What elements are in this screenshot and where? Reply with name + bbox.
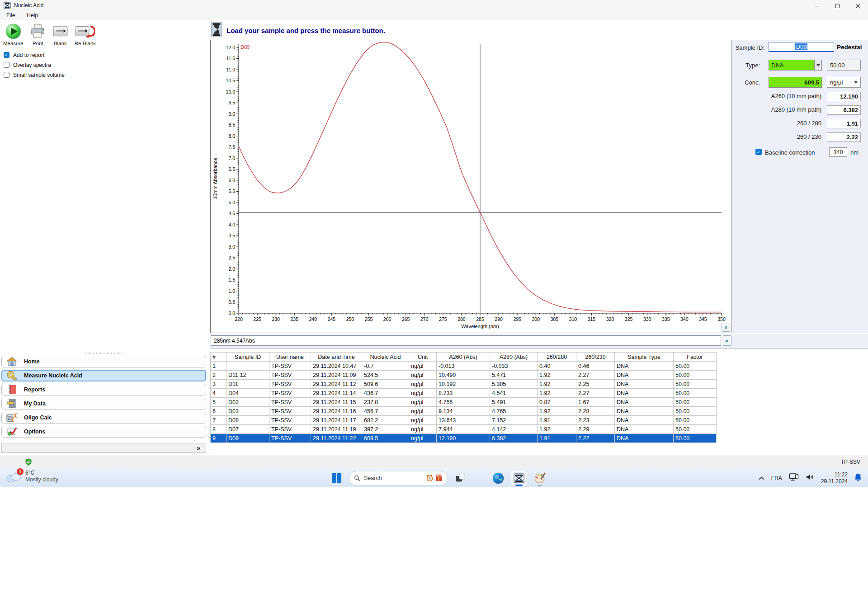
task-view-button[interactable]: [452, 470, 468, 487]
splitter-handle[interactable]: [84, 353, 125, 354]
paint-app-icon[interactable]: [532, 470, 548, 487]
table-cell[interactable]: 2.22: [576, 434, 615, 443]
table-cell[interactable]: DNA: [615, 371, 674, 380]
table-cell[interactable]: DNA: [615, 362, 674, 371]
table-row[interactable]: 9D09TP-SSV29.11.2024 11:22609.5ng/µl12.1…: [211, 434, 717, 443]
table-cell[interactable]: 397.2: [362, 425, 409, 434]
table-cell[interactable]: 29.11.2024 11:17: [311, 416, 362, 425]
close-button[interactable]: [848, 0, 868, 12]
sidebar-item-reports[interactable]: Reports: [1, 384, 206, 395]
sidebar-item-options[interactable]: Options: [1, 426, 206, 438]
table-row[interactable]: 2D11 12TP-SSV29.11.2024 11:09524.5ng/µl1…: [211, 371, 717, 380]
column-header-factor[interactable]: Factor: [674, 353, 717, 362]
table-cell[interactable]: 13.643: [437, 416, 490, 425]
table-cell[interactable]: 7.944: [437, 425, 490, 434]
column-header-nucleic-acid[interactable]: Nucleic Acid: [362, 353, 409, 362]
column-header-[interactable]: #: [211, 353, 226, 362]
table-cell[interactable]: 4: [211, 389, 226, 398]
table-cell[interactable]: TP-SSV: [269, 389, 311, 398]
table-cell[interactable]: 5.471: [490, 371, 538, 380]
table-cell[interactable]: ng/µl: [409, 389, 437, 398]
table-cell[interactable]: 50.00: [674, 389, 717, 398]
table-cell[interactable]: 29.11.2024 11:14: [311, 389, 362, 398]
table-row[interactable]: 5D03TP-SSV29.11.2024 11:15237.8ng/µl4.75…: [211, 398, 717, 407]
table-cell[interactable]: TP-SSV: [269, 380, 311, 389]
table-row[interactable]: 4D04TP-SSV29.11.2024 11:14436.7ng/µl8.73…: [211, 389, 717, 398]
table-row[interactable]: 1TP-SSV29.11.2024 10:47-0.7ng/µl-0.013-0…: [211, 362, 717, 371]
column-header-sample-id[interactable]: Sample ID: [226, 353, 269, 362]
sidebar-item-oligo-calc[interactable]: Oligo Calc: [1, 412, 206, 424]
factor-field[interactable]: 50.00: [827, 60, 861, 71]
table-cell[interactable]: -0.033: [490, 362, 538, 371]
table-cell[interactable]: 10.192: [437, 380, 490, 389]
table-cell[interactable]: ng/µl: [409, 371, 437, 380]
weather-widget[interactable]: 1 6°C Mostly cloudy: [5, 470, 58, 483]
table-cell[interactable]: 9: [211, 434, 226, 443]
table-cell[interactable]: 50.00: [674, 398, 717, 407]
table-cell[interactable]: DNA: [615, 407, 674, 416]
checkbox-icon[interactable]: [4, 72, 9, 78]
table-cell[interactable]: 5.305: [490, 380, 538, 389]
table-cell[interactable]: TP-SSV: [269, 362, 311, 371]
table-cell[interactable]: TP-SSV: [269, 398, 311, 407]
checkbox-add-to-report[interactable]: ✓Add to report: [4, 52, 65, 58]
sidebar-collapse-button[interactable]: »: [197, 444, 200, 452]
table-cell[interactable]: D03: [226, 398, 269, 407]
table-cell[interactable]: 29.11.2024 11:15: [311, 398, 362, 407]
table-cell[interactable]: 609.5: [362, 434, 409, 443]
minimize-button[interactable]: [807, 0, 827, 12]
chart-collapse-button[interactable]: «: [722, 324, 730, 332]
measure-button[interactable]: Measure: [1, 22, 26, 47]
baseline-correction-checkbox[interactable]: ✓: [755, 149, 762, 155]
table-cell[interactable]: 1.91: [538, 416, 576, 425]
readout-expand-button[interactable]: »: [723, 335, 731, 346]
table-cell[interactable]: 6: [211, 407, 226, 416]
sidebar-item-my-data[interactable]: My Data: [1, 398, 206, 409]
table-row[interactable]: 3D11TP-SSV29.11.2024 11:12509.6ng/µl10.1…: [211, 380, 717, 389]
table-cell[interactable]: 1.92: [538, 389, 576, 398]
table-cell[interactable]: 6.382: [490, 434, 538, 443]
edge-browser-icon[interactable]: [490, 470, 506, 487]
table-cell[interactable]: 8.733: [437, 389, 490, 398]
unit-select[interactable]: ng/µl: [827, 77, 861, 88]
table-cell[interactable]: -0.7: [362, 362, 409, 371]
table-cell[interactable]: TP-SSV: [269, 407, 311, 416]
table-cell[interactable]: 1.92: [538, 407, 576, 416]
table-cell[interactable]: 5.491: [490, 398, 538, 407]
checkbox-overlay-spectra[interactable]: Overlay spectra: [4, 61, 65, 68]
table-cell[interactable]: 509.6: [362, 380, 409, 389]
table-cell[interactable]: 50.00: [674, 371, 717, 380]
table-cell[interactable]: D08: [226, 416, 269, 425]
table-cell[interactable]: 2.25: [576, 380, 615, 389]
table-cell[interactable]: 9.134: [437, 407, 490, 416]
table-cell[interactable]: 50.00: [674, 416, 717, 425]
table-cell[interactable]: 1.91: [538, 434, 576, 443]
checkbox-icon[interactable]: ✓: [4, 52, 9, 58]
table-cell[interactable]: 0.40: [538, 362, 576, 371]
column-header-unit[interactable]: Unit: [409, 353, 437, 362]
table-cell[interactable]: TP-SSV: [269, 425, 311, 434]
sidebar-item-measure-nucleic-acid[interactable]: Measure Nucleic Acid: [1, 370, 206, 381]
table-cell[interactable]: 4.765: [490, 407, 538, 416]
table-cell[interactable]: D04: [226, 389, 269, 398]
table-cell[interactable]: 2.28: [576, 407, 615, 416]
table-cell[interactable]: D11: [226, 380, 269, 389]
table-cell[interactable]: 436.7: [362, 389, 409, 398]
column-header-sample-type[interactable]: Sample Type: [615, 353, 674, 362]
table-cell[interactable]: 50.00: [674, 434, 717, 443]
table-cell[interactable]: ng/µl: [409, 416, 437, 425]
start-button[interactable]: [328, 470, 344, 487]
column-header-user-name[interactable]: User name: [269, 353, 311, 362]
menu-file[interactable]: File: [6, 12, 15, 19]
table-cell[interactable]: 29.11.2024 11:09: [311, 371, 362, 380]
network-icon[interactable]: [789, 473, 799, 483]
table-cell[interactable]: 2.27: [576, 371, 615, 380]
checkbox-small-sample-volume[interactable]: Small sample volume: [4, 71, 65, 78]
table-cell[interactable]: ng/µl: [409, 425, 437, 434]
keyboard-language[interactable]: FRA: [771, 475, 782, 481]
table-cell[interactable]: 10.490: [437, 371, 490, 380]
baseline-wavelength-input[interactable]: 340: [829, 147, 847, 157]
table-cell[interactable]: DNA: [615, 416, 674, 425]
table-cell[interactable]: 50.00: [674, 362, 717, 371]
table-cell[interactable]: 4.142: [490, 425, 538, 434]
